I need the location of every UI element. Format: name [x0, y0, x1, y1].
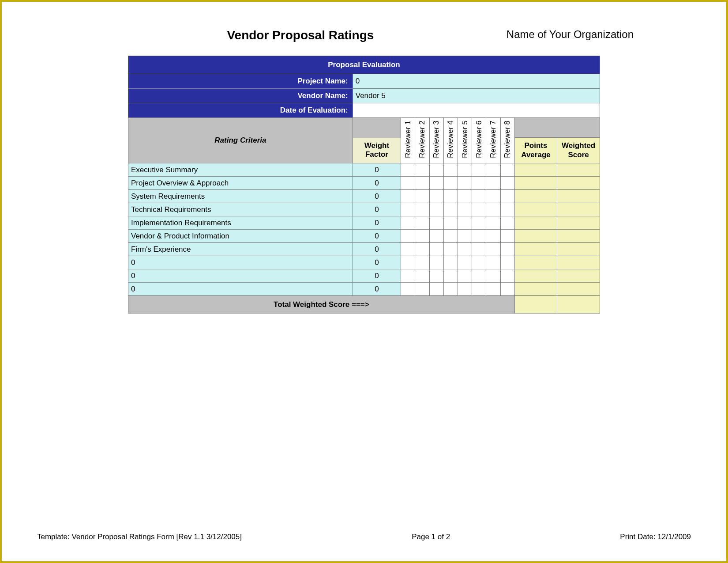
reviewer-1-cell[interactable]: [401, 243, 415, 256]
reviewer-6-cell[interactable]: [472, 163, 486, 177]
footer-page: Page 1 of 2: [242, 533, 620, 541]
reviewer-4-cell[interactable]: [443, 256, 458, 269]
reviewer-8-cell[interactable]: [500, 256, 514, 269]
reviewer-5-cell[interactable]: [458, 203, 472, 216]
reviewer-4-cell[interactable]: [443, 203, 458, 216]
reviewer-3-cell[interactable]: [429, 203, 443, 216]
weight-cell[interactable]: 0: [353, 216, 401, 230]
reviewer-7-cell[interactable]: [486, 190, 500, 203]
reviewer-1-cell[interactable]: [401, 283, 415, 296]
project-name-value[interactable]: 0: [353, 74, 600, 89]
reviewer-1-cell[interactable]: [401, 190, 415, 203]
vendor-name-value[interactable]: Vendor 5: [353, 89, 600, 103]
weight-cell[interactable]: 0: [353, 243, 401, 256]
reviewer-6-cell[interactable]: [472, 190, 486, 203]
weight-cell[interactable]: 0: [353, 203, 401, 216]
reviewer-3-cell[interactable]: [429, 230, 443, 243]
reviewer-2-cell[interactable]: [415, 256, 429, 269]
reviewer-5-cell[interactable]: [458, 256, 472, 269]
reviewer-6-cell[interactable]: [472, 203, 486, 216]
reviewer-1-cell[interactable]: [401, 230, 415, 243]
reviewer-7-cell[interactable]: [486, 283, 500, 296]
reviewer-2-cell[interactable]: [415, 163, 429, 177]
reviewer-6-cell[interactable]: [472, 177, 486, 190]
weight-cell[interactable]: 0: [353, 177, 401, 190]
reviewer-2-cell[interactable]: [415, 177, 429, 190]
reviewer-7-cell[interactable]: [486, 216, 500, 230]
reviewer-6-cell[interactable]: [472, 283, 486, 296]
reviewer-4-cell[interactable]: [443, 243, 458, 256]
reviewer-8-cell[interactable]: [500, 203, 514, 216]
reviewer-3-cell[interactable]: [429, 177, 443, 190]
reviewer-7-cell[interactable]: [486, 163, 500, 177]
reviewer-5-cell[interactable]: [458, 190, 472, 203]
reviewer-7-cell[interactable]: [486, 243, 500, 256]
reviewer-3-cell[interactable]: [429, 256, 443, 269]
reviewer-8-cell[interactable]: [500, 269, 514, 283]
reviewer-1-cell[interactable]: [401, 269, 415, 283]
reviewer-7-cell[interactable]: [486, 177, 500, 190]
reviewer-6-cell[interactable]: [472, 256, 486, 269]
reviewer-1-cell[interactable]: [401, 177, 415, 190]
reviewer-2-cell[interactable]: [415, 203, 429, 216]
reviewer-8-cell[interactable]: [500, 163, 514, 177]
reviewer-7-cell[interactable]: [486, 269, 500, 283]
reviewer-8-cell[interactable]: [500, 190, 514, 203]
reviewer-2-cell[interactable]: [415, 216, 429, 230]
reviewer-8-cell[interactable]: [500, 216, 514, 230]
reviewer-1-cell[interactable]: [401, 256, 415, 269]
date-value[interactable]: [353, 103, 600, 118]
weight-cell[interactable]: 0: [353, 230, 401, 243]
reviewer-4-cell[interactable]: [443, 163, 458, 177]
reviewer-2-cell[interactable]: [415, 283, 429, 296]
reviewer-5-cell[interactable]: [458, 243, 472, 256]
reviewer-2-cell[interactable]: [415, 230, 429, 243]
reviewer-5-cell[interactable]: [458, 283, 472, 296]
reviewer-3-cell[interactable]: [429, 163, 443, 177]
reviewer-8-cell[interactable]: [500, 230, 514, 243]
reviewer-3-cell[interactable]: [429, 190, 443, 203]
reviewer-8-cell[interactable]: [500, 177, 514, 190]
reviewer-7-cell[interactable]: [486, 256, 500, 269]
reviewer-3-cell[interactable]: [429, 269, 443, 283]
reviewer-2-cell[interactable]: [415, 190, 429, 203]
weight-header: Weight Factor: [353, 138, 401, 163]
reviewer-7-cell[interactable]: [486, 230, 500, 243]
reviewer-7-cell[interactable]: [486, 203, 500, 216]
weighted-score-header: Weighted Score: [557, 138, 600, 163]
reviewer-6-cell[interactable]: [472, 243, 486, 256]
reviewer-5-cell[interactable]: [458, 177, 472, 190]
reviewer-2-cell[interactable]: [415, 243, 429, 256]
reviewer-8-cell[interactable]: [500, 243, 514, 256]
reviewer-1-cell[interactable]: [401, 203, 415, 216]
reviewer-6-cell[interactable]: [472, 230, 486, 243]
reviewer-6-cell[interactable]: [472, 216, 486, 230]
reviewer-4-cell[interactable]: [443, 269, 458, 283]
weight-cell[interactable]: 0: [353, 163, 401, 177]
reviewer-3-cell[interactable]: [429, 243, 443, 256]
reviewer-8-cell[interactable]: [500, 283, 514, 296]
reviewer-5-cell[interactable]: [458, 163, 472, 177]
criteria-cell: Firm's Experience: [128, 243, 353, 256]
reviewer-1-cell[interactable]: [401, 163, 415, 177]
reviewer-5-cell[interactable]: [458, 230, 472, 243]
reviewer-4-cell[interactable]: [443, 216, 458, 230]
reviewer-5-cell[interactable]: [458, 269, 472, 283]
weight-cell[interactable]: 0: [353, 256, 401, 269]
reviewer-3-cell[interactable]: [429, 216, 443, 230]
weight-cell[interactable]: 0: [353, 283, 401, 296]
reviewer-6-cell[interactable]: [472, 269, 486, 283]
reviewer-2-cell[interactable]: [415, 269, 429, 283]
reviewer-5-cell[interactable]: [458, 216, 472, 230]
weight-cell[interactable]: 0: [353, 269, 401, 283]
reviewer-4-cell[interactable]: [443, 230, 458, 243]
reviewer-4-cell[interactable]: [443, 177, 458, 190]
weight-cell[interactable]: 0: [353, 190, 401, 203]
reviewer-3-cell[interactable]: [429, 283, 443, 296]
reviewer-4-cell[interactable]: [443, 190, 458, 203]
reviewer-1-cell[interactable]: [401, 216, 415, 230]
reviewer-4-cell[interactable]: [443, 283, 458, 296]
weighted-score-cell: [557, 269, 600, 283]
reviewer-4-header: Reviewer 4: [443, 118, 458, 163]
points-avg-cell: [514, 230, 557, 243]
